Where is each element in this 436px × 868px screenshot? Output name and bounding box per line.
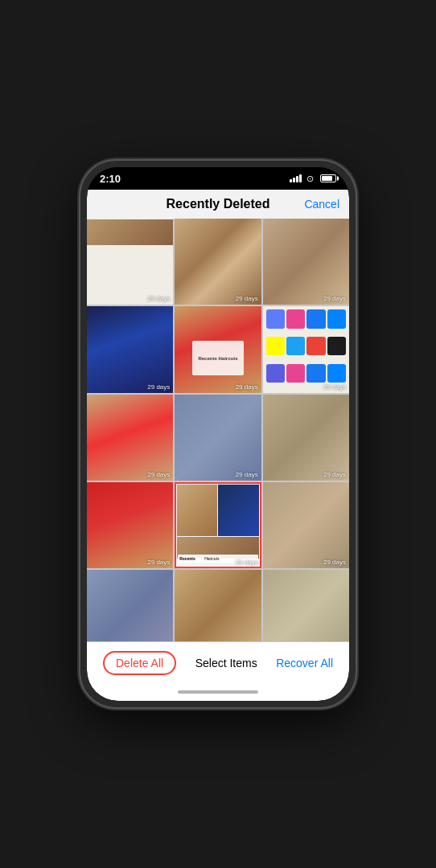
cancel-button[interactable]: Cancel — [304, 198, 339, 211]
recover-all-button[interactable]: Recover All — [276, 657, 333, 669]
days-label: 29 days — [323, 559, 346, 566]
bottom-toolbar: Delete All Select Items Recover All — [87, 641, 349, 683]
status-time: 2:10 — [100, 173, 121, 185]
photo-cell[interactable]: 29 days — [87, 219, 173, 305]
signal-icon — [290, 174, 302, 182]
days-label: 29 days — [236, 471, 258, 478]
photo-cell[interactable]: 29 days — [263, 395, 349, 481]
days-label: 29 days — [236, 559, 258, 566]
photo-cell[interactable]: 29 days — [87, 570, 173, 641]
days-label: 29 days — [147, 471, 170, 478]
days-label: 29 days — [236, 295, 258, 302]
photo-cell[interactable]: 29 days — [263, 219, 349, 305]
photo-cell[interactable]: Recents Haircuts 29 days — [175, 306, 261, 392]
content-area: Recently Deleted Cancel — [87, 190, 349, 701]
photo-cell[interactable]: 29 days — [87, 482, 173, 568]
days-label: 29 days — [147, 559, 170, 566]
days-label: 29 days — [323, 471, 346, 478]
wifi-icon: ⊙ — [306, 174, 314, 184]
days-label: 29 days — [323, 383, 346, 391]
photo-cell-selected[interactable]: Recents Haircuts 29 days — [175, 482, 261, 568]
days-label: 29 days — [147, 295, 170, 302]
photo-cell[interactable]: 29 days — [87, 395, 173, 481]
days-label: 29 days — [236, 383, 258, 391]
nav-bar: Recently Deleted Cancel — [87, 190, 349, 219]
days-label: 29 days — [323, 295, 346, 302]
photo-cell[interactable]: 29 days — [263, 306, 349, 392]
photo-cell[interactable]: 29 days — [175, 219, 261, 305]
photo-cell[interactable]: 29 days — [175, 570, 261, 641]
home-bar — [178, 690, 258, 694]
phone-frame: 2:10 ⊙ Recently Dele — [80, 161, 356, 707]
photo-cell[interactable]: 29 days — [87, 306, 173, 392]
phone-inner: 2:10 ⊙ Recently Dele — [87, 167, 349, 701]
battery-icon — [320, 174, 336, 182]
photo-grid-container: 29 days 29 days 29 days — [87, 219, 349, 641]
screen: 2:10 ⊙ Recently Dele — [87, 167, 349, 701]
delete-all-button[interactable]: Delete All — [103, 651, 176, 675]
photo-cell[interactable]: 29 days — [175, 395, 261, 481]
status-bar: 2:10 ⊙ — [87, 167, 349, 190]
photo-cell[interactable]: 29 days — [263, 570, 349, 641]
home-indicator — [87, 683, 349, 701]
photo-cell[interactable]: 29 days — [263, 482, 349, 568]
select-items-button[interactable]: Select Items — [195, 657, 257, 669]
status-icons: ⊙ — [290, 174, 336, 184]
photo-grid: 29 days 29 days 29 days — [87, 219, 349, 641]
page-title: Recently Deleted — [167, 197, 270, 211]
days-label: 29 days — [147, 383, 170, 391]
